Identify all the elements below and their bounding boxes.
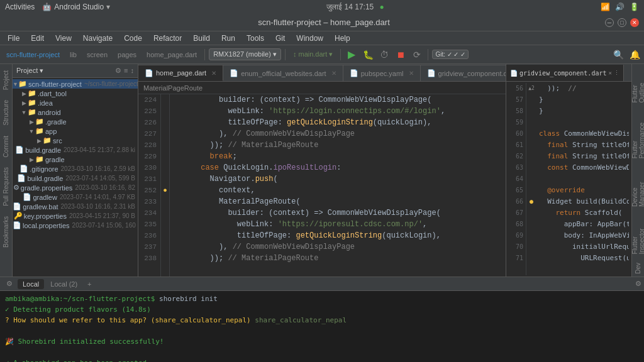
toolbar-screen[interactable]: screen [83, 50, 111, 60]
sidebar-dev[interactable]: Dev [633, 260, 643, 277]
breadcrumb-text: MaterialPageRoute [143, 84, 203, 92]
editor-area: 📄 home_page.dart ✕ 📄 enum_official_websi… [138, 64, 506, 277]
sidebar-tab-project[interactable]: Project [1, 67, 11, 94]
tab-enum-official[interactable]: 📄 enum_official_websites.dart ✕ [223, 65, 343, 81]
terminal-gear[interactable]: ⚙ [3, 278, 16, 289]
run-button[interactable]: ▶ [345, 48, 358, 62]
toolbar-lib[interactable]: lib [66, 50, 80, 60]
sidebar-tab-structure[interactable]: Structure [1, 96, 11, 129]
tree-item-gradlew[interactable]: 📄 gradlew 2023-07-14 14:01, 4.97 KB [13, 192, 138, 202]
tab-home-page[interactable]: 📄 home_page.dart ✕ [138, 65, 223, 81]
toolbar-pages[interactable]: pages [114, 50, 140, 60]
tree-item-gradle-properties[interactable]: ⚙ gradle.properties 2023-03-10 16:16, 82 [13, 183, 138, 192]
main-content: Project Structure Commit Pull Requests B… [0, 64, 644, 277]
close-button[interactable]: ✕ [630, 18, 639, 27]
sidebar-device-manager[interactable]: Device Manager [630, 165, 645, 209]
menu-navigate[interactable]: Navigate [78, 33, 118, 44]
device-selector[interactable]: RMX1827 (mobile) ▾ [209, 48, 281, 60]
terminal-line-question: ? How should we refer to this app? (shar… [5, 315, 639, 326]
sidebar-flutter-performance[interactable]: Flutter Performance [630, 109, 645, 161]
minimize-button[interactable]: ─ [605, 18, 614, 27]
android-studio-menu[interactable]: 🤖 Android Studio ▾ [42, 3, 110, 11]
tree-item-dart-tool[interactable]: ▶ 📁 .dart_tool [13, 89, 138, 98]
tree-sort-icon[interactable]: ↕ [131, 67, 135, 75]
tree-settings-icon[interactable]: ⚙ [115, 67, 121, 75]
search-everywhere-button[interactable]: 🔍 [611, 48, 625, 62]
sync-button[interactable]: ⟳ [410, 48, 424, 62]
sidebar-flutter-outline[interactable]: Flutter Outline [630, 67, 645, 105]
profile-button[interactable]: ⏱ [377, 48, 391, 62]
git-badge[interactable]: Git: ✓ ✓ ✓ [432, 50, 469, 59]
wifi-icon: 📶 [601, 3, 610, 11]
tab-pubspec[interactable]: 📄 pubspec.yaml ✕ [343, 65, 421, 81]
stop-button[interactable]: ⏹ [394, 48, 408, 62]
tree-item-build-gradle[interactable]: 📄 build.gradle 2023-07-14 14:05, 599 B [13, 173, 138, 183]
line-numbers: 224 225 226 227 228 229 230 231 252 233 … [138, 94, 161, 277]
menu-tools[interactable]: Tools [242, 33, 269, 44]
right-line-numbers: 5657585960 6162636465 666768697071 [509, 83, 526, 275]
sound-icon: 🔊 [615, 3, 625, 11]
menu-code[interactable]: Code [119, 33, 147, 44]
tree-collapse-icon[interactable]: ≡ [124, 67, 128, 75]
tree-item-app[interactable]: ▼ 📁 app [13, 126, 138, 136]
menu-build[interactable]: Build [188, 33, 215, 44]
maximize-button[interactable]: □ [618, 18, 626, 27]
sidebar-flutter-inspector[interactable]: Flutter Inspector [630, 213, 645, 257]
menu-view[interactable]: View [50, 33, 77, 44]
menu-file[interactable]: File [3, 33, 25, 44]
menu-help[interactable]: Help [330, 33, 355, 44]
right-gutter: ▲2 ● [526, 83, 536, 275]
file-tree-header: Project ▾ ⚙ ≡ ↕ [13, 64, 138, 78]
battery-icon: 🔋 [630, 3, 639, 11]
terminal-line-blank2 [5, 347, 639, 358]
branch-selector[interactable]: ↕ main.dart ▾ [289, 49, 336, 60]
title-bar: scn-flutter-project – home_page.dart ─ □… [0, 14, 644, 31]
terminal-add[interactable]: + [84, 279, 95, 289]
toolbar-file[interactable]: home_page.dart [143, 50, 201, 60]
terminal-line-blank [5, 326, 639, 336]
notifications-button[interactable]: 🔔 [628, 48, 641, 62]
tree-item-gradle[interactable]: ▶ 📁 .gradle [13, 117, 138, 126]
tab-gridview[interactable]: 📄 gridview_component.dart ✕ ⋮ [421, 65, 506, 81]
tree-item-gradlew-bat[interactable]: 📄 gradlew.bat 2023-03-10 16:16, 2.31 kB [13, 202, 138, 211]
tree-item-android[interactable]: ▼ 📁 android [13, 107, 138, 117]
code-content[interactable]: builder: (context) => CommonWebViewDispl… [170, 94, 506, 277]
terminal-line-app-created: ✓ A shorebird app has been created. [5, 358, 639, 362]
terminal-settings-icon[interactable]: ⚙ [635, 280, 641, 288]
terminal-content[interactable]: ambika@ambika:~/scn-flutter-project$ sho… [0, 291, 644, 362]
tree-item-local-properties[interactable]: 📄 local.properties 2023-07-14 15:06, 160… [13, 221, 138, 230]
menu-bar: File Edit View Navigate Code Refactor Bu… [0, 31, 644, 45]
menu-refactor[interactable]: Refactor [148, 33, 187, 44]
file-tree-content[interactable]: ▼ 📁 scn-flutter-project ~/scn-flutter-pr… [13, 78, 138, 277]
terminal-local-1[interactable]: Local [18, 279, 44, 289]
activities-label[interactable]: Activities [5, 3, 35, 11]
right-tab-gridview[interactable]: 📄 gridview_component.dart ✕ ⋮ [506, 65, 624, 81]
editor-tabs: 📄 home_page.dart ✕ 📄 enum_official_websi… [138, 64, 506, 82]
tree-item-gitignore[interactable]: 📄 .gitignore 2023-03-10 16:16, 2.59 kB [13, 164, 138, 173]
sidebar-tab-bookmarks[interactable]: Bookmarks [1, 212, 11, 251]
tree-item-key-properties[interactable]: 🔑 key.properties 2023-04-15 21:37, 90 B [13, 211, 138, 221]
terminal-local-2[interactable]: Local (2) [45, 279, 82, 289]
tree-item-src[interactable]: ▶ 📁 src [13, 136, 138, 145]
sidebar-tab-pull-requests[interactable]: Pull Requests [1, 163, 11, 210]
tree-root[interactable]: ▼ 📁 scn-flutter-project ~/scn-flutter-pr… [13, 79, 138, 89]
toolbar: scn-flutter-project lib screen pages hom… [0, 45, 644, 64]
menu-git[interactable]: Git [270, 33, 290, 44]
right-content[interactable]: 5657585960 6162636465 666768697071 ▲2 ● … [506, 82, 631, 277]
tree-item-gradle-dir[interactable]: ▶ 📁 gradle [13, 155, 138, 164]
terminal-local-tabs: ⚙ Local Local (2) + ⚙ [0, 277, 644, 291]
menu-window[interactable]: Window [291, 33, 328, 44]
menu-edit[interactable]: Edit [26, 33, 49, 44]
file-tree-panel: Project ▾ ⚙ ≡ ↕ ▼ 📁 scn-flutter-project … [13, 64, 138, 277]
debug-button[interactable]: 🐛 [361, 48, 375, 62]
sep2 [285, 49, 286, 60]
right-code: )); // } } class CommonWebViewDispl… fin… [536, 83, 629, 275]
toolbar-project[interactable]: scn-flutter-project [3, 50, 64, 60]
tree-item-idea[interactable]: ▶ 📁 .idea [13, 98, 138, 107]
gutter: ● [161, 94, 170, 277]
system-time: जुलाई 14 17:15 [326, 3, 374, 11]
tree-item-build-gradle-app[interactable]: 📄 build.gradle 2023-04-15 21:37, 2.88 ki [13, 145, 138, 155]
path-bar: MaterialPageRoute [138, 82, 506, 94]
menu-run[interactable]: Run [216, 33, 240, 44]
sidebar-tab-commit[interactable]: Commit [1, 132, 11, 161]
